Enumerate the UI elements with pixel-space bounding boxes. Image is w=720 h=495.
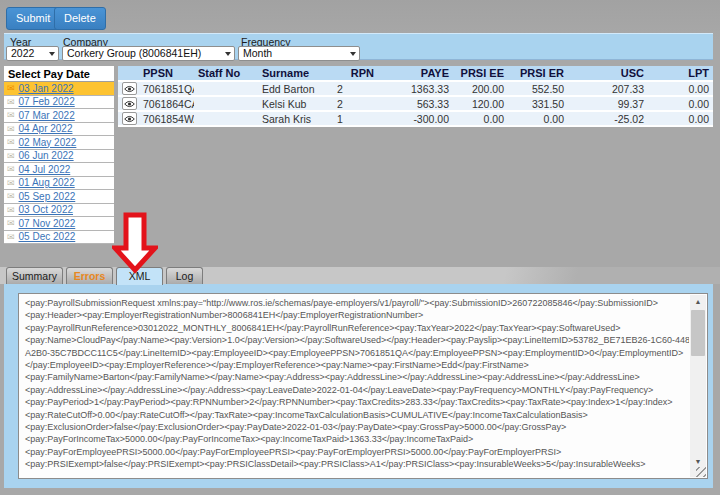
pay-date-item[interactable]: ✉ 04 Apr 2022	[4, 123, 114, 137]
scrollbar-thumb[interactable]	[691, 310, 705, 356]
tab-xml[interactable]: XML	[116, 267, 163, 285]
cell-staffno	[194, 111, 258, 126]
envelope-icon: ✉	[7, 178, 15, 188]
table-row: 7061851QA Edd Barton 2 1363.33 200.00 55…	[118, 81, 713, 96]
pay-date-item[interactable]: ✉ 02 May 2022	[4, 136, 114, 150]
vertical-scrollbar[interactable]: ▲ ▼	[690, 295, 706, 477]
pay-date-sidebar: Select Pay Date ✉ 03 Jan 2022 ✉ 07 Feb 2…	[4, 66, 114, 244]
cell-lpt: 0.00	[648, 111, 713, 126]
frequency-select[interactable]: Month	[238, 46, 360, 61]
resize-grip-icon[interactable]	[696, 467, 706, 477]
payroll-app-page: Submit Delete Year Company Frequency 202…	[0, 0, 720, 495]
cell-surname: Sarah Kris	[258, 111, 333, 126]
pay-date-link[interactable]: 03 Jan 2022	[19, 83, 74, 94]
col-usc: USC	[568, 66, 648, 81]
employee-table: PPSN Staff No Surname RPN PAYE PRSI EE P…	[118, 66, 713, 127]
col-ppsn: PPSN	[139, 66, 194, 81]
pay-date-item[interactable]: ✉ 03 Jan 2022	[4, 82, 114, 96]
col-rpn: RPN	[333, 66, 378, 81]
pay-date-link[interactable]: 02 May 2022	[19, 137, 77, 148]
chevron-down-icon	[49, 52, 55, 56]
cell-prsi-ee: 120.00	[453, 96, 508, 111]
submit-button[interactable]: Submit	[6, 7, 60, 30]
view-payslip-button[interactable]	[122, 97, 137, 110]
pay-date-item[interactable]: ✉ 03 Oct 2022	[4, 204, 114, 218]
cell-usc: 207.33	[568, 81, 648, 96]
col-prsi-er: PRSI ER	[508, 66, 568, 81]
pay-date-item[interactable]: ✉ 04 Jul 2022	[4, 163, 114, 177]
xml-panel: <pay:PayrollSubmissionRequest xmlns:pay=…	[4, 284, 713, 488]
pay-date-link[interactable]: 05 Sep 2022	[19, 191, 76, 202]
pay-date-link[interactable]: 06 Jun 2022	[19, 150, 74, 161]
chevron-down-icon	[225, 52, 231, 56]
envelope-icon: ✉	[7, 164, 15, 174]
pay-date-link[interactable]: 04 Apr 2022	[19, 123, 73, 134]
tab-summary[interactable]: Summary	[6, 267, 63, 284]
col-prsi-ee: PRSI EE	[453, 66, 508, 81]
pay-date-link[interactable]: 07 Mar 2022	[19, 110, 75, 121]
pay-date-link[interactable]: 07 Feb 2022	[19, 96, 75, 107]
company-select-value: Corkery Group (8006841EH)	[67, 47, 201, 59]
envelope-icon: ✉	[7, 137, 15, 147]
table-row: 7061854WA Sarah Kris 1 -300.00 0.00 0.00…	[118, 111, 713, 126]
pay-date-link[interactable]: 05 Dec 2022	[19, 231, 76, 242]
pay-date-link[interactable]: 07 Nov 2022	[19, 218, 76, 229]
envelope-icon: ✉	[7, 232, 15, 242]
frequency-select-value: Month	[243, 47, 272, 59]
pay-date-item[interactable]: ✉ 05 Dec 2022	[4, 231, 114, 245]
eye-icon	[124, 100, 135, 108]
envelope-icon: ✉	[7, 97, 15, 107]
cell-staffno	[194, 81, 258, 96]
chevron-down-icon	[350, 52, 356, 56]
envelope-icon: ✉	[7, 83, 15, 93]
cell-surname: Kelsi Kub	[258, 96, 333, 111]
cell-rpn: 2	[333, 81, 378, 96]
cell-paye: 563.33	[378, 96, 453, 111]
view-payslip-button[interactable]	[122, 112, 137, 125]
pay-date-item[interactable]: ✉ 05 Sep 2022	[4, 190, 114, 204]
pay-date-link[interactable]: 01 Aug 2022	[19, 177, 75, 188]
cell-lpt: 0.00	[648, 96, 713, 111]
col-paye: PAYE	[378, 66, 453, 81]
pay-date-item[interactable]: ✉ 01 Aug 2022	[4, 177, 114, 191]
xml-textarea[interactable]: <pay:PayrollSubmissionRequest xmlns:pay=…	[18, 293, 708, 479]
cell-rpn: 1	[333, 111, 378, 126]
pay-date-item[interactable]: ✉ 07 Mar 2022	[4, 109, 114, 123]
pay-date-item[interactable]: ✉ 07 Nov 2022	[4, 217, 114, 231]
tab-strip: Summary Errors XML Log	[0, 267, 720, 284]
envelope-icon: ✉	[7, 151, 15, 161]
pay-date-link[interactable]: 03 Oct 2022	[19, 204, 73, 215]
year-select[interactable]: 2022	[6, 46, 59, 61]
view-payslip-button[interactable]	[122, 82, 137, 95]
pay-date-link[interactable]: 04 Jul 2022	[19, 164, 71, 175]
cell-ppsn: 7061864CA	[139, 96, 194, 111]
col-staffno: Staff No	[194, 66, 258, 81]
cell-lpt: 0.00	[648, 81, 713, 96]
cell-staffno	[194, 96, 258, 111]
cell-ppsn: 7061854WA	[139, 111, 194, 126]
red-arrow-annotation	[112, 212, 158, 274]
eye-icon	[124, 85, 135, 93]
col-lpt: LPT	[648, 66, 713, 81]
envelope-icon: ✉	[7, 191, 15, 201]
cell-rpn: 2	[333, 96, 378, 111]
filter-bar: Year Company Frequency 2022 Corkery Grou…	[4, 33, 713, 60]
company-select[interactable]: Corkery Group (8006841EH)	[62, 46, 235, 61]
cell-prsi-er: 331.50	[508, 96, 568, 111]
tab-errors[interactable]: Errors	[66, 267, 113, 284]
xml-content: <pay:PayrollSubmissionRequest xmlns:pay=…	[19, 294, 689, 476]
tab-log[interactable]: Log	[166, 267, 203, 284]
cell-prsi-er: 0.00	[508, 111, 568, 126]
delete-button[interactable]: Delete	[54, 7, 106, 30]
cell-paye: -300.00	[378, 111, 453, 126]
cell-ppsn: 7061851QA	[139, 81, 194, 96]
cell-paye: 1363.33	[378, 81, 453, 96]
scroll-up-icon[interactable]: ▲	[690, 295, 706, 309]
cell-usc: -25.02	[568, 111, 648, 126]
cell-prsi-ee: 0.00	[453, 111, 508, 126]
pay-date-item[interactable]: ✉ 06 Jun 2022	[4, 150, 114, 164]
pay-date-item[interactable]: ✉ 07 Feb 2022	[4, 96, 114, 110]
view-column-header	[118, 66, 139, 81]
cell-surname: Edd Barton	[258, 81, 333, 96]
cell-prsi-er: 552.50	[508, 81, 568, 96]
